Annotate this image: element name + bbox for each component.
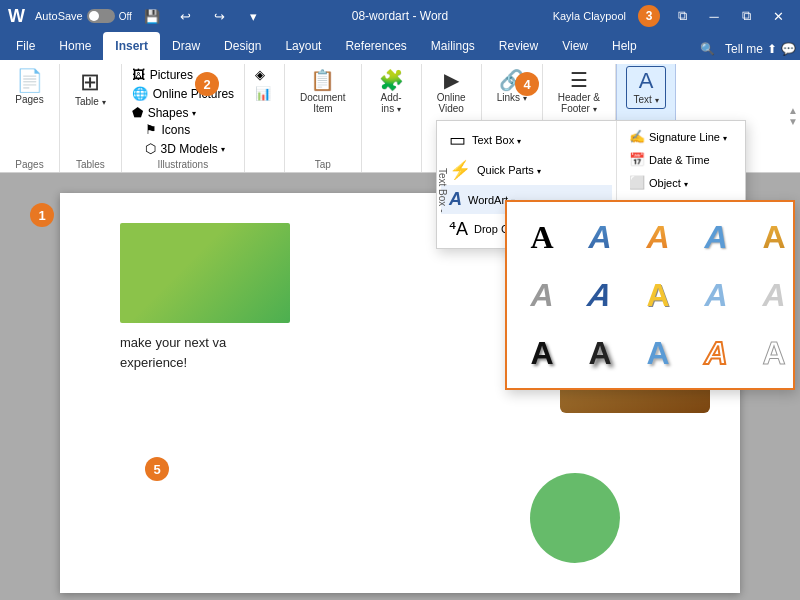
user-name: Kayla Claypool <box>553 10 626 22</box>
wordart-style-12[interactable]: A <box>573 326 627 380</box>
wordart-style-7[interactable]: A <box>568 268 632 322</box>
document-item-button[interactable]: 📋 DocumentItem <box>293 66 353 118</box>
quick-parts-label: Quick Parts ▾ <box>477 164 541 176</box>
tab-home[interactable]: Home <box>47 32 103 60</box>
wordart-style-3[interactable]: A <box>631 210 685 264</box>
textbox-label: Text Box ▾ <box>472 134 521 146</box>
smartart-button[interactable]: ◈ <box>253 66 270 83</box>
badge-5: 5 <box>145 457 169 481</box>
tables-group-label: Tables <box>76 157 105 170</box>
text-icon: A <box>639 70 654 92</box>
pages-button[interactable]: 📄 Pages <box>8 66 50 109</box>
share-button[interactable]: ⬆ <box>767 42 777 56</box>
ribbon-group-tap: 📋 DocumentItem Tap <box>285 64 362 172</box>
document-title: 08-wordart - Word <box>352 9 448 23</box>
tab-references[interactable]: References <box>333 32 418 60</box>
header-footer-button[interactable]: ☰ Header &Footer ▾ <box>551 66 607 118</box>
3d-models-label: 3D Models ▾ <box>161 142 226 156</box>
ribbon-group-tables: ⊞ Table ▾ Tables <box>60 64 122 172</box>
badge-2: 2 <box>195 72 219 96</box>
minimize-button[interactable]: ─ <box>700 2 728 30</box>
restore-button[interactable]: ⧉ <box>732 2 760 30</box>
customize-qat-button[interactable]: ▾ <box>240 2 268 30</box>
doc-text-1: make your next va experience! <box>120 333 226 372</box>
addins-button[interactable]: 🧩 Add-ins ▾ <box>371 66 411 118</box>
quick-parts-icon: ⚡ <box>449 159 471 181</box>
wordart-style-5[interactable]: A <box>747 210 800 264</box>
illustrations-group-label: Illustrations <box>158 157 209 170</box>
search-button[interactable]: 🔍 <box>694 40 721 58</box>
date-time-label: Date & Time <box>649 154 710 166</box>
object-item[interactable]: ⬜ Object ▾ <box>621 171 743 194</box>
save-button[interactable]: 💾 <box>138 2 166 30</box>
online-pictures-label: Online Pictures <box>153 87 234 101</box>
icons-button[interactable]: ⚑ Icons <box>143 121 193 138</box>
wordart-style-8[interactable]: A <box>631 268 685 322</box>
tab-layout[interactable]: Layout <box>273 32 333 60</box>
close-button[interactable]: ✕ <box>764 2 792 30</box>
pictures-label: Pictures <box>150 68 193 82</box>
wordart-gallery-panel: A A A A A A A A A A A A A A A <box>505 200 795 390</box>
wordart-style-4[interactable]: A <box>689 210 743 264</box>
title-bar-left: W AutoSave Off 💾 ↩ ↪ ▾ <box>8 2 268 30</box>
3d-models-button[interactable]: ⬡ 3D Models ▾ <box>143 140 228 157</box>
icons-icon: ⚑ <box>145 122 157 137</box>
tab-review[interactable]: Review <box>487 32 550 60</box>
wordart-style-2[interactable]: A <box>573 210 627 264</box>
wordart-style-13[interactable]: A <box>631 326 685 380</box>
ribbon-group-addins: 🧩 Add-ins ▾ <box>362 64 422 172</box>
comments-button[interactable]: 💬 <box>781 42 796 56</box>
ribbon-group-illustrations: 🖼 Pictures 🌐 Online Pictures ⬟ Shapes ▾ … <box>122 64 245 172</box>
wordart-style-15[interactable]: A <box>747 326 800 380</box>
tab-view[interactable]: View <box>550 32 600 60</box>
document-item-icon: 📋 <box>310 70 335 90</box>
smartart-icon: ◈ <box>255 67 265 82</box>
tab-mailings[interactable]: Mailings <box>419 32 487 60</box>
online-video-button[interactable]: ▶ OnlineVideo <box>430 66 473 118</box>
tell-me-label: Tell me <box>725 42 763 56</box>
wordart-style-9[interactable]: A <box>689 268 743 322</box>
table-button[interactable]: ⊞ Table ▾ <box>68 66 113 111</box>
badge-1: 1 <box>30 203 54 227</box>
shapes-label: Shapes ▾ <box>148 106 196 120</box>
tab-insert[interactable]: Insert <box>103 32 160 60</box>
shapes-button[interactable]: ⬟ Shapes ▾ <box>130 104 198 121</box>
autosave-toggle[interactable]: AutoSave Off <box>35 9 132 23</box>
redo-button[interactable]: ↪ <box>206 2 234 30</box>
title-bar: W AutoSave Off 💾 ↩ ↪ ▾ 08-wordart - Word… <box>0 0 800 32</box>
addins-label: Add-ins ▾ <box>381 92 402 114</box>
online-pictures-button[interactable]: 🌐 Online Pictures <box>130 85 236 102</box>
signature-line-item[interactable]: ✍ Signature Line ▾ <box>621 125 743 148</box>
text-button[interactable]: A Text ▾ <box>626 66 666 109</box>
wordart-style-11[interactable]: A <box>515 326 569 380</box>
tab-help[interactable]: Help <box>600 32 649 60</box>
green-circle <box>530 473 620 563</box>
online-pictures-icon: 🌐 <box>132 86 148 101</box>
date-time-item[interactable]: 📅 Date & Time <box>621 148 743 171</box>
tab-draw[interactable]: Draw <box>160 32 212 60</box>
wordart-style-6[interactable]: A <box>515 268 569 322</box>
wordart-style-10[interactable]: A <box>747 268 800 322</box>
signature-line-icon: ✍ <box>629 129 645 144</box>
title-bar-right: Kayla Claypool 3 ⧉ ─ ⧉ ✕ <box>553 2 792 30</box>
text-label: Text ▾ <box>633 94 658 105</box>
object-label: Object ▾ <box>649 177 688 189</box>
ribbon-tab-bar: File Home Insert Draw Design Layout Refe… <box>0 32 800 60</box>
ribbon-display-button[interactable]: ⧉ <box>668 2 696 30</box>
wordart-grid: A A A A A A A A A A A A A A A <box>515 210 785 380</box>
quick-parts-dropdown-item[interactable]: ⚡ Quick Parts ▾ <box>441 155 612 185</box>
wordart-style-14[interactable]: A <box>689 326 743 380</box>
tap-group-label: Tap <box>315 157 331 170</box>
wordart-style-1[interactable]: A <box>515 210 569 264</box>
pictures-button[interactable]: 🖼 Pictures <box>130 66 195 83</box>
online-video-label: OnlineVideo <box>437 92 466 114</box>
autosave-state-icon[interactable] <box>87 9 115 23</box>
online-video-icon: ▶ <box>444 70 459 90</box>
addins-icon: 🧩 <box>379 70 404 90</box>
textbox-dropdown-item[interactable]: ▭ Text Box ▾ <box>441 125 612 155</box>
undo-button[interactable]: ↩ <box>172 2 200 30</box>
tab-file[interactable]: File <box>4 32 47 60</box>
chart-button[interactable]: 📊 <box>253 85 276 102</box>
header-footer-icon: ☰ <box>570 70 588 90</box>
tab-design[interactable]: Design <box>212 32 273 60</box>
